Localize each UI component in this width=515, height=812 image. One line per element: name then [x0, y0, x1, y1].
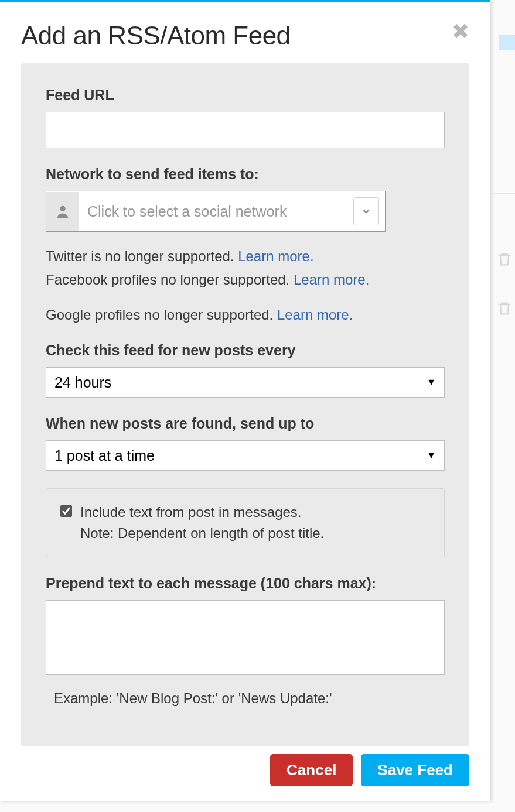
prepend-textarea[interactable]: [46, 600, 445, 675]
modal-footer: Cancel Save Feed: [0, 746, 490, 801]
network-placeholder: Click to select a social network: [79, 203, 353, 220]
include-text-checkbox[interactable]: [60, 505, 72, 517]
prepend-section: Prepend text to each message (100 chars …: [46, 575, 445, 677]
modal-header: Add an RSS/Atom Feed ✖: [0, 2, 490, 63]
feed-url-section: Feed URL: [46, 87, 445, 148]
close-icon[interactable]: ✖: [452, 21, 469, 42]
interval-section: Check this feed for new posts every 24 h…: [46, 342, 445, 398]
include-text-label: Include text from post in messages.: [80, 502, 324, 523]
facebook-notice: Facebook profiles no longer supported.: [46, 272, 294, 287]
prepend-label: Prepend text to each message (100 chars …: [46, 575, 445, 592]
include-text-note: Note: Dependent on length of post title.: [80, 523, 324, 544]
send-up-section: When new posts are found, send up to 1 p…: [46, 415, 445, 471]
google-notice: Google profiles no longer supported.: [46, 307, 277, 323]
interval-label: Check this feed for new posts every: [46, 342, 445, 359]
feed-url-label: Feed URL: [46, 87, 445, 104]
send-up-value: 1 post at a time: [54, 447, 155, 464]
prepend-example: Example: 'New Blog Post:' or 'News Updat…: [46, 684, 445, 715]
support-notices: Twitter is no longer supported. Learn mo…: [46, 246, 445, 326]
interval-select[interactable]: 24 hours ▼: [46, 367, 445, 398]
twitter-learn-more-link[interactable]: Learn more.: [238, 248, 313, 264]
modal-body: Feed URL Network to send feed items to: …: [21, 63, 469, 746]
add-rss-feed-modal: Add an RSS/Atom Feed ✖ Feed URL Network …: [0, 0, 490, 801]
cancel-button[interactable]: Cancel: [270, 754, 353, 786]
dropdown-arrow-icon: ▼: [427, 377, 436, 388]
network-select[interactable]: Click to select a social network: [46, 191, 386, 232]
twitter-notice: Twitter is no longer supported.: [46, 248, 238, 264]
dropdown-arrow-icon: ▼: [427, 450, 436, 461]
google-learn-more-link[interactable]: Learn more.: [277, 307, 353, 323]
avatar-placeholder-icon: [46, 192, 79, 231]
interval-value: 24 hours: [54, 374, 111, 391]
feed-url-input[interactable]: [46, 112, 445, 148]
network-section: Network to send feed items to: Click to …: [46, 166, 445, 232]
save-feed-button[interactable]: Save Feed: [361, 754, 469, 786]
send-up-select[interactable]: 1 post at a time ▼: [46, 440, 445, 471]
facebook-learn-more-link[interactable]: Learn more.: [294, 272, 369, 287]
include-text-card: Include text from post in messages. Note…: [46, 488, 445, 557]
network-label: Network to send feed items to:: [46, 166, 445, 183]
send-up-label: When new posts are found, send up to: [46, 415, 445, 432]
chevron-down-icon[interactable]: [353, 197, 379, 225]
svg-point-0: [60, 206, 65, 211]
modal-title: Add an RSS/Atom Feed: [21, 21, 291, 50]
